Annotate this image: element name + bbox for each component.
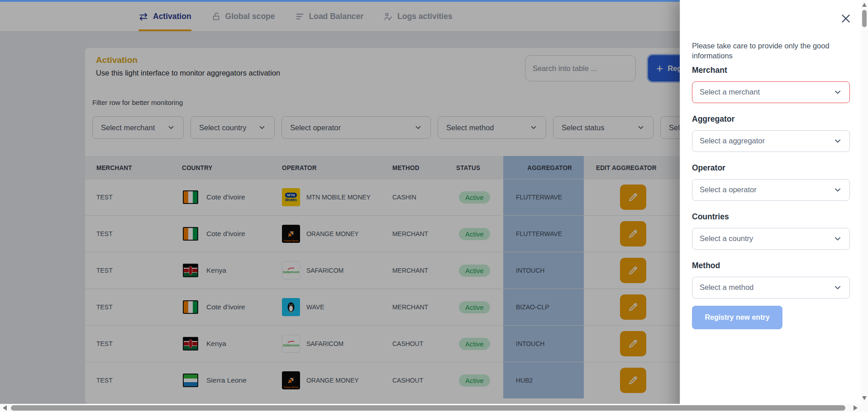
chevron-down-icon xyxy=(833,137,842,146)
field-label-aggregator: Aggregator xyxy=(692,114,850,124)
field-label-merchant: Merchant xyxy=(692,66,850,75)
horizontal-scrollbar-thumb[interactable] xyxy=(11,405,845,411)
scroll-down-arrow-icon[interactable] xyxy=(862,396,867,400)
field-label-countries: Countries xyxy=(692,212,850,222)
new-entry-drawer: Please take care to provide only the goo… xyxy=(680,0,868,412)
chevron-down-icon xyxy=(833,234,842,243)
field-label-operator: Operator xyxy=(692,163,850,173)
scroll-left-arrow-icon[interactable] xyxy=(3,405,7,411)
app-window: Activation Global scope Load Balancer Lo… xyxy=(0,0,868,412)
horizontal-scrollbar[interactable] xyxy=(0,404,868,412)
operator-select[interactable]: Select a operator xyxy=(692,179,850,201)
vertical-scrollbar[interactable] xyxy=(861,0,868,404)
country-select[interactable]: Select a country xyxy=(692,228,850,250)
registry-new-entry-submit-button[interactable]: Registry new entry xyxy=(692,306,782,329)
vertical-scrollbar-thumb[interactable] xyxy=(862,10,867,27)
scroll-right-arrow-icon[interactable] xyxy=(854,405,858,411)
select-placeholder: Select a method xyxy=(700,283,754,292)
close-icon xyxy=(840,13,852,24)
method-select[interactable]: Select a method xyxy=(692,277,850,298)
aggregator-select[interactable]: Select a aggregator xyxy=(692,130,850,152)
select-placeholder: Select a country xyxy=(700,234,753,243)
close-button[interactable] xyxy=(839,12,853,25)
select-placeholder: Select a aggregator xyxy=(700,137,765,145)
select-placeholder: Select a merchant xyxy=(700,88,760,96)
field-label-method: Method xyxy=(692,261,850,270)
chevron-down-icon xyxy=(833,88,842,97)
chevron-down-icon xyxy=(833,185,842,194)
merchant-select[interactable]: Select a merchant xyxy=(692,81,850,103)
scroll-up-arrow-icon[interactable] xyxy=(862,3,867,7)
select-placeholder: Select a operator xyxy=(700,185,757,194)
drawer-notice: Please take care to provide only the goo… xyxy=(692,41,838,61)
chevron-down-icon xyxy=(833,283,842,292)
